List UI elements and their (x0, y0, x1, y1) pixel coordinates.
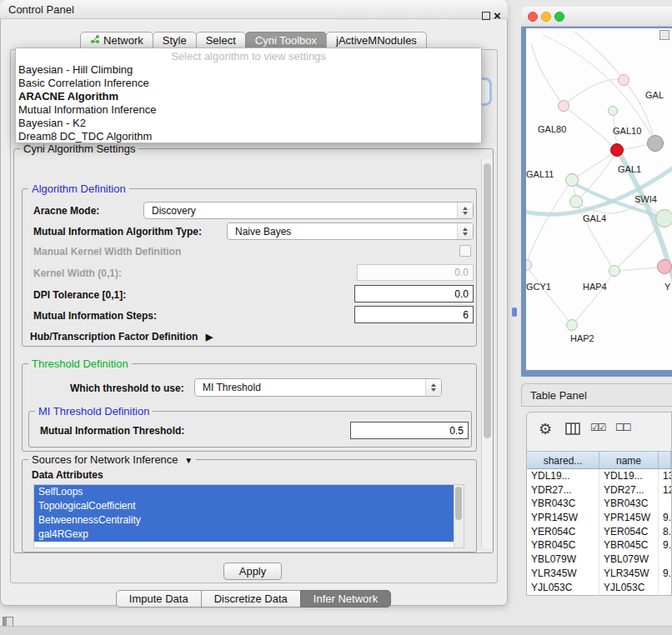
combo-stepper-icon (457, 202, 473, 218)
column-header-shared-name[interactable]: shared... (527, 451, 599, 469)
mi-algorithm-type-value: Naive Bayes (228, 226, 457, 238)
cell: YER054C (527, 525, 599, 539)
gear-icon[interactable]: ⚙ (539, 420, 552, 438)
zoom-traffic-light[interactable] (554, 12, 564, 22)
network-graph-icon (90, 32, 100, 49)
tab-cyni-toolbox[interactable]: Cyni Toolbox (245, 32, 327, 49)
tab-bar: Network Style Select Cyni Toolbox jActiv… (0, 32, 508, 49)
which-threshold-label: Which threshold to use: (70, 382, 184, 394)
cell (659, 497, 671, 511)
kernel-width-label: Kernel Width (0,1): (33, 268, 122, 279)
status-bar (0, 626, 672, 635)
table-row[interactable]: YBL079WYBL079W (527, 552, 671, 567)
sources-legend-toggle[interactable]: Sources for Network Inference ▼ (28, 453, 196, 466)
close-icon[interactable]: × (494, 8, 501, 22)
control-panel-titlebar[interactable]: Control Panel (0, 0, 508, 19)
node-gray[interactable] (647, 135, 664, 152)
algorithm-definition-legend: Algorithm Definition (28, 182, 129, 195)
table-row[interactable]: YDR27...YDR27...12 (527, 483, 671, 498)
cell: YPR145W (527, 511, 599, 525)
node-label-hap4: HAP4 (583, 282, 607, 292)
node-pale-green-hap2[interactable] (566, 319, 578, 331)
mi-threshold-label: Mutual Information Threshold: (40, 425, 184, 437)
mi-algorithm-type-combobox[interactable]: Naive Bayes (227, 222, 474, 240)
dpi-tolerance-input[interactable] (354, 285, 474, 302)
node-label-gcy1: GCY1 (526, 282, 551, 292)
which-threshold-combobox[interactable]: MI Threshold (194, 378, 442, 397)
mi-threshold-input[interactable] (350, 422, 469, 439)
table-row[interactable]: YER054CYER054C8. (527, 525, 671, 539)
apply-button[interactable]: Apply (223, 562, 282, 580)
settings-scrollbar[interactable] (481, 159, 492, 548)
algorithm-option-bayesian-hill-climbing[interactable]: Bayesian - Hill Climbing (16, 63, 481, 77)
column-header-cut[interactable] (659, 451, 671, 469)
data-attributes-list: SelfLoops TopologicalCoefficient Between… (33, 484, 464, 548)
algorithm-option-dream8[interactable]: Dream8 DC_TDC Algorithm (16, 130, 481, 143)
table-row[interactable]: YLR345WYLR345W9. (527, 567, 671, 581)
node-pale-pink[interactable] (558, 100, 569, 112)
algorithm-option-mutual-information[interactable]: Mutual Information Inference (16, 103, 481, 117)
algorithm-option-basic-correlation[interactable]: Basic Correlation Inference (16, 77, 481, 90)
tab-discretize-data[interactable]: Discretize Data (201, 590, 301, 608)
attribute-item-betweennesscentrality[interactable]: BetweennessCentrality (34, 513, 454, 528)
table-row[interactable]: YDL19...YDL19...13 (527, 469, 671, 483)
control-panel-title: Control Panel (0, 0, 508, 19)
node-label: Y (664, 282, 670, 292)
table-row[interactable]: YBR045CYBR045C9. (527, 538, 671, 552)
tab-infer-network[interactable]: Infer Network (300, 590, 391, 608)
cell: YJL053C (599, 581, 659, 595)
deselect-all-rows-icon[interactable]: ☐☐ (615, 422, 630, 433)
canvas-scrollbar-button[interactable] (659, 30, 669, 40)
float-window-icon[interactable] (482, 12, 490, 20)
tab-cyni-toolbox-label: Cyni Toolbox (255, 32, 317, 49)
cyni-algorithm-settings-legend: Cyni Algorithm Settings (20, 142, 138, 155)
node-pale-green[interactable] (608, 106, 618, 116)
algorithm-option-aracne[interactable]: ARACNE Algorithm (16, 90, 481, 103)
manual-kernel-width-checkbox[interactable] (459, 245, 471, 257)
attributes-scrollbar-thumb[interactable] (455, 487, 462, 520)
node-pale-green[interactable] (565, 173, 579, 187)
table-row[interactable]: YJL053CYJL053C (527, 581, 671, 595)
select-all-rows-icon[interactable]: ☑☑ (590, 422, 605, 433)
tab-jactivemnodules[interactable]: jActiveMNodules (326, 32, 427, 49)
kernel-width-input[interactable] (357, 264, 474, 281)
tab-select[interactable]: Select (196, 32, 246, 49)
cell: YBR045C (599, 538, 659, 552)
combo-stepper-icon (457, 223, 473, 239)
collapse-down-icon[interactable]: ▼ (181, 456, 193, 465)
tab-network[interactable]: Network (80, 32, 153, 49)
table-panel-titlebar[interactable]: Table Panel (521, 383, 672, 407)
expand-right-icon[interactable]: ▶ (201, 332, 213, 342)
attribute-item-topologicalcoefficient[interactable]: TopologicalCoefficient (34, 499, 454, 513)
attribute-item-selfloops[interactable]: SelfLoops (34, 485, 454, 499)
hub-definition-toggle[interactable]: Hub/Transcription Factor Definition ▶ (30, 331, 213, 342)
show-columns-icon[interactable] (565, 422, 580, 438)
close-traffic-light[interactable] (528, 12, 538, 22)
minimize-traffic-light[interactable] (541, 12, 551, 22)
node-pale-green[interactable] (609, 265, 620, 277)
network-canvas[interactable]: GAL GAL80 GAL10 GAL11 GAL1 SWI4 GAL4 GCY… (526, 28, 672, 370)
table-row[interactable]: YPR145WYPR145W9. (527, 511, 671, 525)
cell: YBL079W (527, 552, 599, 567)
attribute-item-gal4rgexp[interactable]: gal4RGexp (34, 528, 454, 542)
mi-steps-input[interactable] (354, 306, 474, 323)
table-row[interactable]: YBR043CYBR043C (527, 497, 671, 511)
attributes-scrollbar[interactable] (454, 485, 464, 548)
algorithm-option-bayesian-k2[interactable]: Bayesian - K2 (16, 117, 481, 130)
cell: YBR045C (527, 538, 599, 552)
tab-style[interactable]: Style (153, 32, 197, 49)
node-red-gal10[interactable] (610, 143, 624, 157)
node-pink[interactable] (657, 259, 672, 274)
aracne-mode-combobox[interactable]: Discovery (143, 202, 474, 219)
node-large-green[interactable] (655, 209, 672, 228)
sources-legend-label: Sources for Network Inference (32, 453, 178, 466)
settings-scrollbar-thumb[interactable] (484, 163, 491, 438)
node-pale-pink[interactable] (618, 74, 629, 86)
column-header-name[interactable]: name (599, 451, 659, 469)
node-pale-green-gal4[interactable] (569, 195, 583, 208)
tab-impute-data[interactable]: Impute Data (116, 590, 202, 608)
splitter-handle[interactable] (512, 308, 517, 317)
cell (659, 581, 671, 595)
cell: YBL079W (599, 552, 659, 567)
cell: YDR27... (599, 483, 659, 498)
